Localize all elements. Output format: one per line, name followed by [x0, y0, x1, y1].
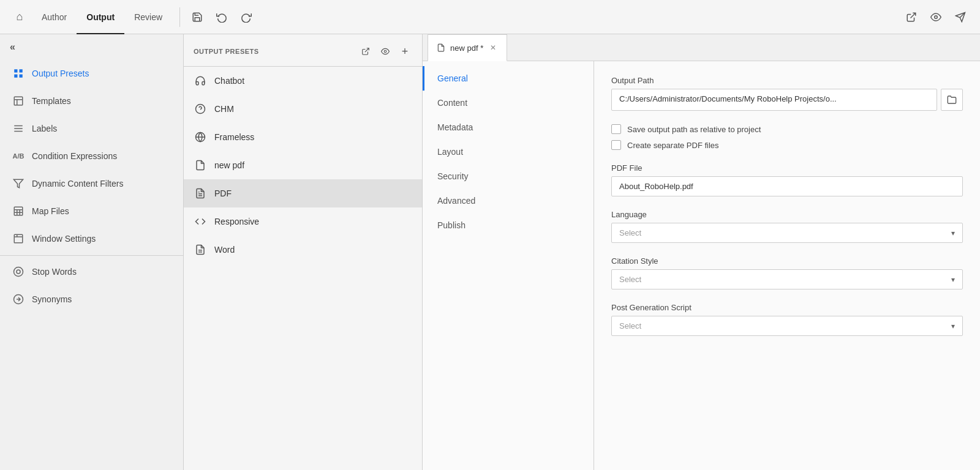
- section-nav: General Content Metadata Layout Security…: [423, 61, 594, 470]
- preset-chatbot-label: Chatbot: [214, 76, 244, 86]
- section-nav-advanced[interactable]: Advanced: [423, 188, 594, 213]
- svg-point-1: [935, 15, 938, 18]
- sidebar-item-map-files[interactable]: Map Files: [0, 198, 183, 225]
- export-button[interactable]: [902, 7, 921, 27]
- language-select[interactable]: Select ▾: [611, 223, 963, 243]
- tab-output[interactable]: Output: [77, 0, 124, 34]
- sidebar-item-dynamic-content-filters[interactable]: Dynamic Content Filters: [0, 170, 183, 198]
- preset-new-pdf[interactable]: new pdf: [184, 151, 422, 179]
- svg-marker-14: [14, 179, 23, 188]
- pdf-file-label: PDF File: [611, 163, 963, 173]
- preset-chm[interactable]: CHM: [184, 95, 422, 123]
- top-bar-right-actions: [902, 7, 970, 27]
- section-nav-general[interactable]: General: [423, 66, 594, 91]
- stop-words-icon: [12, 266, 24, 278]
- svg-rect-6: [14, 75, 17, 78]
- pdf-file-input[interactable]: About_RoboHelp.pdf: [611, 176, 963, 196]
- citation-style-group: Citation Style Select ▾: [611, 256, 963, 289]
- browse-button[interactable]: [941, 89, 963, 111]
- create-separate-checkbox-row[interactable]: Create separate PDF files: [611, 140, 963, 150]
- svg-rect-20: [14, 234, 23, 243]
- tab-review[interactable]: Review: [124, 0, 172, 34]
- presets-export-button[interactable]: [358, 44, 373, 59]
- preset-responsive[interactable]: Responsive: [184, 207, 422, 236]
- sidebar-item-output-presets[interactable]: Output Presets: [0, 60, 183, 88]
- citation-style-select[interactable]: Select ▾: [611, 269, 963, 289]
- svg-line-0: [911, 13, 916, 18]
- left-sidebar: « Output Presets Templates Labels: [0, 34, 184, 470]
- save-button[interactable]: [187, 7, 207, 27]
- tab-author[interactable]: Author: [32, 0, 77, 34]
- sidebar-item-labels[interactable]: Labels: [0, 115, 183, 143]
- presets-add-button[interactable]: +: [398, 44, 412, 59]
- preset-pdf[interactable]: PDF: [184, 179, 422, 207]
- preset-word-label: Word: [214, 245, 235, 255]
- svg-point-24: [17, 270, 20, 274]
- checkboxes-group: Save output path as relative to project …: [611, 124, 963, 150]
- tab-content-area: new pdf * ✕ General Content Metadata Lay…: [423, 34, 980, 470]
- tab-content: General Content Metadata Layout Security…: [423, 61, 980, 470]
- svg-point-27: [384, 50, 386, 53]
- section-nav-security[interactable]: Security: [423, 164, 594, 188]
- redo-button[interactable]: [236, 7, 256, 27]
- window-settings-icon: [12, 233, 24, 245]
- sidebar-item-stop-words[interactable]: Stop Words: [0, 258, 183, 286]
- section-nav-content[interactable]: Content: [423, 91, 594, 115]
- sidebar-nav: Output Presets Templates Labels A/B Cond…: [0, 60, 183, 470]
- language-arrow-icon: ▾: [951, 229, 955, 237]
- presets-view-button[interactable]: [378, 44, 393, 59]
- output-path-field-row: C:/Users/Administrator/Documents/My Robo…: [611, 89, 963, 111]
- section-nav-publish[interactable]: Publish: [423, 213, 594, 237]
- presets-panel: OUTPUT PRESETS + Chatbot: [184, 34, 423, 470]
- synonyms-icon: [12, 293, 24, 305]
- post-generation-script-select[interactable]: Select ▾: [611, 316, 963, 336]
- chm-icon: [194, 102, 207, 116]
- preset-chm-label: CHM: [214, 104, 234, 114]
- sidebar-collapse: «: [0, 34, 183, 60]
- collapse-button[interactable]: «: [10, 42, 15, 53]
- templates-icon: [12, 95, 24, 107]
- presets-title: OUTPUT PRESETS: [194, 48, 259, 55]
- frameless-icon: [194, 130, 207, 144]
- create-separate-checkbox[interactable]: [611, 140, 621, 150]
- preset-pdf-label: PDF: [214, 188, 232, 198]
- sidebar-item-condition-expressions[interactable]: A/B Condition Expressions: [0, 143, 183, 170]
- post-generation-script-arrow-icon: ▾: [951, 322, 955, 330]
- citation-style-arrow-icon: ▾: [951, 275, 955, 284]
- post-generation-script-group: Post Generation Script Select ▾: [611, 303, 963, 336]
- save-relative-checkbox[interactable]: [611, 124, 621, 134]
- preset-word[interactable]: Word: [184, 236, 422, 264]
- sidebar-item-synonyms[interactable]: Synonyms: [0, 286, 183, 313]
- sidebar-item-templates[interactable]: Templates: [0, 88, 183, 115]
- publish-button[interactable]: [951, 7, 970, 27]
- undo-button[interactable]: [212, 7, 232, 27]
- home-icon[interactable]: ⌂: [10, 7, 29, 27]
- section-nav-layout[interactable]: Layout: [423, 140, 594, 164]
- post-generation-script-placeholder: Select: [619, 321, 641, 330]
- map-files-icon: [12, 205, 24, 217]
- save-relative-label: Save output path as relative to project: [627, 125, 761, 134]
- presets-header: OUTPUT PRESETS +: [184, 34, 422, 67]
- output-path-input[interactable]: C:/Users/Administrator/Documents/My Robo…: [611, 89, 937, 111]
- tab-close-button[interactable]: ✕: [488, 43, 498, 53]
- preset-chatbot[interactable]: Chatbot: [184, 67, 422, 95]
- presets-header-actions: +: [358, 44, 412, 59]
- preset-responsive-label: Responsive: [214, 217, 259, 226]
- language-placeholder: Select: [619, 228, 641, 237]
- section-nav-metadata[interactable]: Metadata: [423, 115, 594, 140]
- save-relative-checkbox-row[interactable]: Save output path as relative to project: [611, 124, 963, 134]
- responsive-icon: [194, 215, 207, 228]
- preview-button[interactable]: [926, 7, 946, 27]
- tab-new-pdf[interactable]: new pdf * ✕: [428, 34, 507, 61]
- dynamic-content-filters-icon: [12, 177, 24, 190]
- svg-rect-7: [20, 75, 23, 78]
- output-path-group: Output Path C:/Users/Administrator/Docum…: [611, 76, 963, 111]
- language-group: Language Select ▾: [611, 210, 963, 243]
- language-label: Language: [611, 210, 963, 219]
- top-bar-actions: [187, 7, 256, 27]
- sidebar-item-window-settings[interactable]: Window Settings: [0, 225, 183, 253]
- post-generation-script-label: Post Generation Script: [611, 303, 963, 312]
- top-bar: ⌂ Author Output Review: [0, 0, 980, 34]
- svg-rect-15: [14, 207, 23, 215]
- preset-frameless[interactable]: Frameless: [184, 123, 422, 151]
